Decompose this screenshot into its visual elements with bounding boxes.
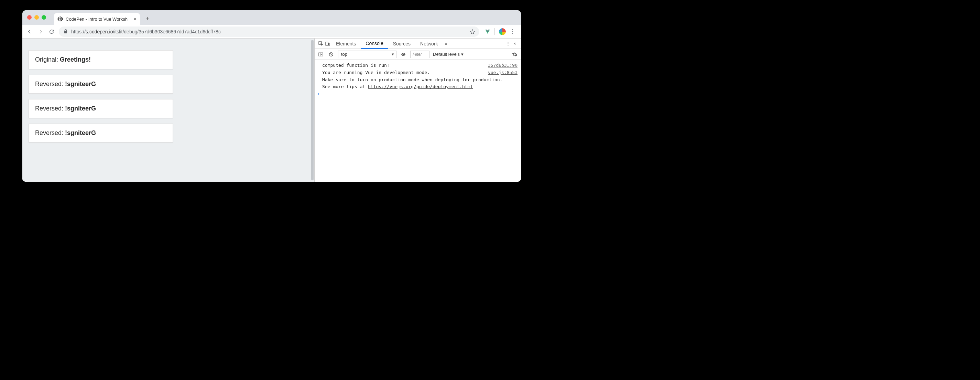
console-filter-input[interactable]: Filter — [410, 51, 430, 58]
context-value: top — [341, 52, 347, 57]
chevron-down-icon: ▾ — [461, 52, 463, 57]
card-label: Original: — [35, 56, 60, 63]
codepen-favicon-icon — [57, 16, 63, 22]
extensions-area: ⋮ — [483, 28, 517, 35]
inspect-icon[interactable] — [317, 41, 324, 46]
live-expression-icon[interactable] — [400, 52, 407, 57]
card-original: Original: Greetings! — [29, 50, 173, 69]
tab-close-icon[interactable]: × — [134, 16, 137, 22]
devtools-close-icon[interactable]: × — [511, 41, 518, 46]
device-toggle-icon[interactable] — [324, 41, 331, 46]
console-toolbar: top Filter Default levels ▾ — [315, 49, 521, 60]
back-button[interactable] — [26, 28, 33, 35]
tab-title: CodePen - Intro to Vue Worksh — [66, 16, 127, 22]
window-controls — [27, 15, 46, 20]
profile-avatar[interactable] — [499, 28, 506, 35]
maximize-window-icon[interactable] — [41, 15, 46, 20]
svg-marker-4 — [470, 30, 474, 34]
prompt-chevron-icon: › — [317, 91, 320, 96]
reload-button[interactable] — [48, 28, 56, 35]
clear-console-icon[interactable] — [328, 52, 334, 57]
devtools-menu-icon[interactable]: ⋮ — [504, 41, 511, 46]
url-host: s.codepen.io — [86, 29, 113, 34]
page-viewport: Original: Greetings! Reversed: !sgniteer… — [22, 38, 315, 182]
card-reversed: Reversed: !sgniteerG — [29, 75, 173, 94]
browser-tab[interactable]: CodePen - Intro to Vue Worksh × — [54, 13, 140, 25]
log-source-link[interactable]: 357d6b3…:90 — [488, 62, 517, 69]
tab-elements[interactable]: Elements — [331, 38, 361, 49]
levels-label: Default levels — [433, 52, 460, 57]
log-text: See more tips at — [322, 84, 368, 89]
tab-console[interactable]: Console — [361, 38, 388, 49]
log-source-link[interactable]: vue.js:8553 — [488, 69, 517, 77]
new-tab-button[interactable]: + — [143, 14, 152, 24]
log-text: computed function is run! — [322, 63, 390, 68]
execution-context-select[interactable]: top — [338, 51, 396, 58]
browser-window: CodePen - Intro to Vue Worksh × + https:… — [22, 10, 521, 182]
minimize-window-icon[interactable] — [34, 15, 39, 20]
filter-placeholder: Filter — [413, 52, 422, 57]
forward-button[interactable] — [37, 28, 45, 35]
log-entry-line: Make sure to turn on production mode whe… — [322, 77, 517, 84]
url-path: /itslit/debug/357d6b303e66867dd7ad4c1d6d… — [113, 29, 220, 34]
log-text: You are running Vue in development mode. — [322, 70, 430, 75]
card-label: Reversed: — [35, 81, 65, 88]
log-entry: computed function is run! 357d6b3…:90 — [322, 62, 517, 69]
log-entry: You are running Vue in development mode.… — [322, 69, 517, 77]
svg-line-11 — [330, 53, 332, 56]
card-label: Reversed: — [35, 105, 65, 112]
vue-devtools-icon[interactable] — [485, 29, 490, 34]
log-link[interactable]: https://vuejs.org/guide/deployment.html — [368, 84, 473, 89]
bookmark-button[interactable] — [470, 29, 475, 34]
svg-rect-7 — [329, 43, 330, 45]
console-output[interactable]: computed function is run! 357d6b3…:90 Yo… — [315, 60, 521, 182]
card-value: !sgniteerG — [65, 81, 96, 88]
separator — [495, 28, 495, 35]
tab-network[interactable]: Network — [415, 38, 442, 49]
card-reversed: Reversed: !sgniteerG — [29, 124, 173, 142]
lock-icon — [63, 29, 68, 34]
console-settings-icon[interactable] — [511, 52, 518, 57]
svg-point-12 — [403, 54, 404, 55]
card-reversed: Reversed: !sgniteerG — [29, 99, 173, 118]
log-entry-line: See more tips at https://vuejs.org/guide… — [322, 83, 517, 91]
more-tabs-icon[interactable]: » — [442, 41, 449, 46]
console-prompt[interactable]: › — [322, 91, 517, 98]
log-levels-select[interactable]: Default levels ▾ — [433, 52, 463, 57]
toolbar: https://s.codepen.io/itslit/debug/357d6b… — [22, 25, 521, 38]
svg-rect-6 — [326, 42, 328, 45]
url-text: https://s.codepen.io/itslit/debug/357d6b… — [71, 29, 221, 34]
tabstrip: CodePen - Intro to Vue Worksh × + — [22, 10, 521, 25]
content-area: Original: Greetings! Reversed: !sgniteer… — [22, 38, 521, 182]
url-scheme: https:// — [71, 29, 86, 34]
card-label: Reversed: — [35, 129, 65, 136]
menu-button[interactable]: ⋮ — [510, 28, 515, 35]
devtools-panel: Elements Console Sources Network » ⋮ × t… — [315, 38, 521, 182]
close-window-icon[interactable] — [27, 15, 32, 20]
devtools-tabbar: Elements Console Sources Network » ⋮ × — [315, 38, 521, 49]
tab-sources[interactable]: Sources — [388, 38, 415, 49]
card-value: !sgniteerG — [65, 105, 96, 112]
address-bar[interactable]: https://s.codepen.io/itslit/debug/357d6b… — [59, 27, 479, 37]
console-sidebar-toggle-icon[interactable] — [317, 52, 324, 57]
card-value: Greetings! — [60, 56, 91, 63]
card-value: !sgniteerG — [65, 129, 96, 136]
svg-rect-3 — [64, 31, 67, 33]
